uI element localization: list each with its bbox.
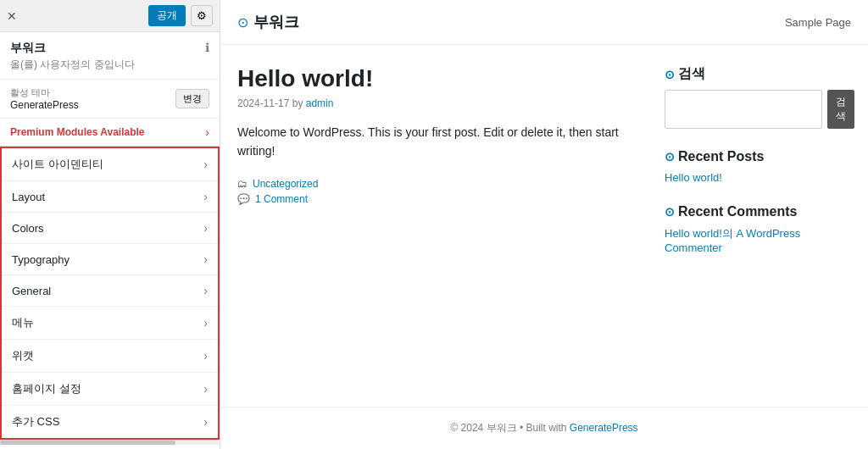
recent-post-link-0[interactable]: Hello world!	[665, 171, 851, 184]
premium-arrow-icon: ›	[205, 125, 209, 139]
nav-item-menu[interactable]: 메뉴 ›	[2, 307, 218, 340]
nav-item-menu-label: 메뉴	[12, 315, 34, 330]
nav-item-homepage-arrow: ›	[203, 382, 208, 396]
nav-item-widget[interactable]: 위캣 ›	[2, 340, 218, 373]
widget-recent-comments: ⊙ Recent Comments Hello world!의 A WordPr…	[665, 204, 851, 254]
post-date: 2024-11-17 by	[237, 97, 306, 109]
nav-item-general-label: General	[12, 285, 51, 297]
nav-item-colors[interactable]: Colors ›	[2, 213, 218, 244]
nav-item-identity-arrow: ›	[203, 158, 208, 171]
premium-label: Premium Modules Available	[10, 126, 145, 138]
widget-search-icon: ⊙	[665, 68, 675, 81]
sidebar-theme-row: 활성 테마 GeneratePress 변경	[0, 80, 220, 119]
post-content: Welcome to WordPress. This is your first…	[237, 123, 644, 161]
comment-icon: 💬	[237, 193, 250, 205]
sidebar-scrollbar-handle[interactable]	[0, 441, 175, 445]
nav-section: 사이트 아이덴티티 › Layout › Colors › Typography…	[0, 147, 220, 440]
nav-item-typography[interactable]: Typography ›	[2, 244, 218, 275]
sidebar-subtitle: 올(를) 사용자정의 중입니다	[10, 58, 209, 72]
sidebar: ✕ 공개 ⚙ ℹ 부워크 올(를) 사용자정의 중입니다 활성 테마 Gener…	[0, 0, 220, 449]
search-input[interactable]	[665, 90, 822, 129]
search-button[interactable]: 검 색	[827, 90, 854, 129]
widget-recent-comments-icon: ⊙	[665, 205, 675, 219]
change-theme-button[interactable]: 변경	[175, 89, 209, 108]
post-meta: 2024-11-17 by admin	[237, 97, 644, 109]
close-icon[interactable]: ✕	[7, 9, 17, 23]
search-row: 검 색	[665, 90, 851, 129]
nav-item-identity-label: 사이트 아이덴티티	[12, 157, 103, 172]
recent-comment-post-link[interactable]: Hello world!의	[665, 227, 733, 240]
widget-recent-posts-title: ⊙ Recent Posts	[665, 149, 851, 164]
nav-sample-page[interactable]: Sample Page	[785, 16, 851, 29]
wp-site-title: 부워크	[253, 12, 299, 32]
widget-search-title-text: 검색	[678, 65, 705, 83]
wp-logo-area: ⊙ 부워크	[237, 12, 299, 32]
premium-banner[interactable]: Premium Modules Available ›	[0, 119, 220, 147]
nav-item-css-label: 추가 CSS	[12, 414, 59, 430]
nav-item-layout-arrow: ›	[203, 190, 208, 203]
nav-item-layout[interactable]: Layout ›	[2, 181, 218, 213]
sidebar-info: ℹ 부워크 올(를) 사용자정의 중입니다	[0, 32, 220, 80]
widget-recent-comments-title: ⊙ Recent Comments	[665, 204, 851, 219]
top-bar-right: 공개 ⚙	[148, 5, 213, 26]
main-preview: ⊙ 부워크 Sample Page Hello world! 2024-11-1…	[220, 0, 868, 449]
widget-search-title: ⊙ 검색	[665, 65, 851, 83]
gear-button[interactable]: ⚙	[191, 5, 213, 26]
nav-item-widget-arrow: ›	[203, 349, 208, 363]
nav-item-colors-label: Colors	[12, 222, 44, 235]
post-footer: 🗂 Uncategorized 💬 1 Comment	[237, 178, 644, 205]
theme-info: 활성 테마 GeneratePress	[10, 86, 79, 111]
nav-item-general[interactable]: General ›	[2, 275, 218, 307]
widget-recent-posts-icon: ⊙	[665, 150, 675, 164]
nav-item-typography-label: Typography	[12, 253, 70, 266]
post-comment-row: 💬 1 Comment	[237, 193, 644, 205]
widget-recent-comments-title-text: Recent Comments	[678, 204, 797, 219]
nav-item-menu-arrow: ›	[203, 316, 208, 330]
wp-main-content: Hello world! 2024-11-17 by admin Welcome…	[237, 65, 644, 386]
sidebar-site-title: 부워크	[10, 41, 209, 56]
post-title: Hello world!	[237, 65, 644, 92]
sidebar-scrollbar	[0, 440, 220, 445]
wp-nav: Sample Page	[785, 16, 851, 29]
post-category-link[interactable]: Uncategorized	[253, 178, 318, 190]
post-author-link[interactable]: admin	[306, 97, 334, 109]
info-icon[interactable]: ℹ	[205, 41, 209, 54]
nav-item-colors-arrow: ›	[203, 221, 208, 235]
post-comment-link[interactable]: 1 Comment	[255, 193, 308, 205]
footer-text: © 2024 부워크 • Built with	[450, 422, 566, 434]
wp-footer: © 2024 부워크 • Built with GeneratePress	[220, 407, 868, 449]
nav-item-widget-label: 위캣	[12, 348, 34, 363]
wp-sidebar: ⊙ 검색 검 색 ⊙ Recent Posts Hello world!	[665, 65, 851, 386]
nav-item-typography-arrow: ›	[203, 252, 208, 266]
footer-link[interactable]: GeneratePress	[570, 422, 638, 434]
theme-label: 활성 테마	[10, 86, 79, 99]
sidebar-top-bar: ✕ 공개 ⚙	[0, 0, 220, 32]
nav-item-css[interactable]: 추가 CSS ›	[2, 406, 218, 438]
nav-item-homepage-label: 홈페이지 설정	[12, 381, 81, 396]
wp-logo-icon: ⊙	[237, 14, 248, 30]
theme-name: GeneratePress	[10, 99, 79, 111]
nav-item-general-arrow: ›	[203, 284, 208, 297]
publish-button[interactable]: 공개	[148, 5, 186, 26]
post-category-row: 🗂 Uncategorized	[237, 178, 644, 190]
category-icon: 🗂	[237, 178, 248, 190]
widget-search: ⊙ 검색 검 색	[665, 65, 851, 129]
nav-item-homepage[interactable]: 홈페이지 설정 ›	[2, 373, 218, 406]
widget-recent-posts: ⊙ Recent Posts Hello world!	[665, 149, 851, 184]
nav-item-layout-label: Layout	[12, 191, 45, 203]
wp-preview: ⊙ 부워크 Sample Page Hello world! 2024-11-1…	[220, 0, 868, 449]
widget-recent-posts-title-text: Recent Posts	[678, 149, 764, 164]
nav-item-css-arrow: ›	[203, 415, 208, 429]
wp-header: ⊙ 부워크 Sample Page	[220, 0, 868, 45]
wp-content-area: Hello world! 2024-11-17 by admin Welcome…	[220, 45, 868, 407]
recent-comment-entry: Hello world!의 A WordPress Commenter	[665, 226, 851, 254]
nav-item-identity[interactable]: 사이트 아이덴티티 ›	[2, 148, 218, 181]
top-bar-left: ✕	[7, 9, 17, 23]
